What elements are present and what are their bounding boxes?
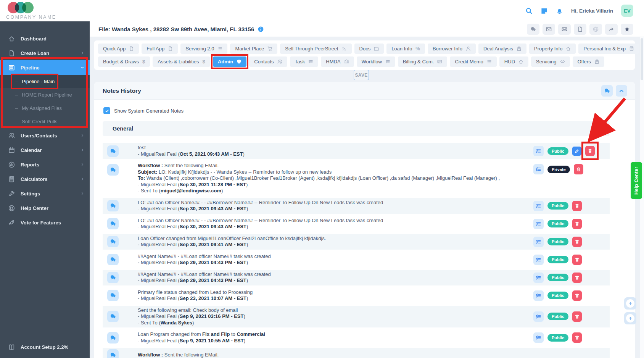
help-center-tab[interactable]: Help Center <box>631 162 642 199</box>
tab-docs[interactable]: Docs <box>354 44 384 54</box>
notifications-bell-icon[interactable] <box>556 7 563 15</box>
sidebar-item-account-setup-2-2[interactable]: Account Setup 2.2% <box>0 340 90 354</box>
show-system-notes-checkbox[interactable]: Show System Generated Notes <box>103 107 626 114</box>
note-tasks-button[interactable] <box>533 219 544 229</box>
sidebar-item-settings[interactable]: Settings <box>0 186 90 201</box>
tab-contacts[interactable]: Contacts <box>249 56 287 67</box>
tab-borrower-info[interactable]: Borrower Info <box>428 44 476 54</box>
brand-logo[interactable]: COMPANY NAME <box>0 0 90 21</box>
tab-servicing-2-0[interactable]: Servicing 2.0 <box>180 44 227 54</box>
favorite-icon[interactable] <box>621 24 633 35</box>
note-delete-button[interactable] <box>572 237 582 247</box>
chat-icon[interactable] <box>527 24 539 35</box>
chevron-up-icon[interactable] <box>598 126 604 131</box>
document-icon[interactable] <box>574 24 586 35</box>
note-line: - MiguelReal Feal (Sep 30, 2021 09:43 AM… <box>138 224 530 230</box>
note-chat-icon[interactable] <box>107 332 119 343</box>
note-chat-icon[interactable] <box>107 290 119 301</box>
avatar[interactable]: EV <box>621 5 633 17</box>
add-note-button[interactable] <box>601 85 613 97</box>
home-icon <box>566 46 571 51</box>
file-icon <box>129 46 134 51</box>
info-icon[interactable] <box>258 26 264 32</box>
scrollbar-thumb[interactable] <box>641 38 643 80</box>
note-tasks-button[interactable] <box>533 146 544 156</box>
note-tasks-button[interactable] <box>533 311 544 322</box>
tab-credit-memo[interactable]: Credit Memo <box>450 56 496 67</box>
send-mail-icon[interactable] <box>558 24 571 35</box>
sidebar-item-vote-for-features[interactable]: Vote for Features <box>0 215 90 230</box>
search-icon[interactable] <box>525 7 533 15</box>
tab-servicing[interactable]: Servicing <box>531 56 570 67</box>
sidebar-subitem-my-assigned-files[interactable]: –My Assigned Files <box>0 102 90 115</box>
sidebar-subitem-home-report-pipeline[interactable]: –HOME Report Pipeline <box>0 88 90 102</box>
note-tasks-button[interactable] <box>533 201 544 211</box>
tab-assets-liabilities[interactable]: Assets & Liabilities$ <box>153 56 210 67</box>
note-chat-icon[interactable] <box>107 218 119 229</box>
note-chat-icon[interactable] <box>107 200 119 211</box>
note-delete-button[interactable] <box>572 255 582 265</box>
note-tasks-button[interactable] <box>533 290 544 301</box>
tab-deal-analysis[interactable]: Deal Analysis <box>478 44 526 54</box>
note-edit-button[interactable] <box>572 147 581 156</box>
scroll-top-button[interactable] <box>624 297 636 310</box>
note-chat-icon[interactable] <box>107 164 119 176</box>
calendar-icon <box>8 147 15 153</box>
general-section-header[interactable]: General <box>103 121 610 136</box>
mail-icon[interactable] <box>543 24 555 35</box>
note-delete-button[interactable] <box>572 219 582 229</box>
note-chat-icon[interactable] <box>107 145 119 157</box>
note-tasks-button[interactable] <box>533 255 544 265</box>
note-tasks-button[interactable] <box>533 273 544 283</box>
sidebar-item-calendar[interactable]: Calendar <box>0 143 90 157</box>
tab-admin[interactable]: Admin <box>213 56 246 67</box>
sidebar-item-create-loan[interactable]: Create Loan <box>0 46 90 60</box>
note-line: LO: ##Loan Officer Name## - - ##Borrower… <box>138 200 530 206</box>
tab-market-place[interactable]: Market Place <box>230 44 277 54</box>
notes-shortcut-icon[interactable] <box>541 7 548 15</box>
sidebar-subitem-pipeline-main[interactable]: –Pipeline - Main <box>0 75 90 88</box>
note-delete-button[interactable] <box>572 311 582 322</box>
sidebar-item-help-center[interactable]: Help Center <box>0 201 90 215</box>
tab-offers[interactable]: Offers <box>573 56 604 67</box>
note-delete-button[interactable] <box>572 273 582 283</box>
tab-billing-com[interactable]: Billing & Com. <box>398 56 448 67</box>
scroll-top-button[interactable] <box>624 312 636 324</box>
collapse-panel-button[interactable] <box>616 85 627 97</box>
tab-task[interactable]: Task <box>290 56 319 67</box>
note-delete-button[interactable] <box>574 164 583 174</box>
note-chat-icon[interactable] <box>107 236 119 247</box>
note-chat-icon[interactable] <box>107 311 119 322</box>
globe-icon[interactable] <box>589 24 602 35</box>
note-delete-button[interactable] <box>585 146 595 156</box>
note-delete-button[interactable] <box>572 290 582 301</box>
sidebar-subitem-soft-credit-pulls[interactable]: –Soft Credit Pulls <box>0 115 90 128</box>
tab-budget-draws[interactable]: Budget & Draws$ <box>98 56 150 67</box>
tab-quick-app[interactable]: Quick App <box>98 44 139 54</box>
note-tasks-button[interactable] <box>533 237 544 247</box>
sidebar-item-dashboard[interactable]: Dashboard <box>0 31 90 46</box>
sidebar-item-reports[interactable]: Reports <box>0 157 90 172</box>
shield-icon <box>237 59 242 64</box>
tab-loan-info[interactable]: Loan Info% <box>386 44 425 54</box>
sidebar-item-pipeline[interactable]: Pipeline <box>0 60 90 75</box>
forward-icon[interactable] <box>605 24 618 35</box>
note-row: Loan Program changed from Fix and Flip t… <box>103 330 610 345</box>
note-tasks-button[interactable] <box>533 332 544 343</box>
tab-workflow[interactable]: Workflow <box>357 56 395 67</box>
tab-hud[interactable]: HUD <box>499 56 528 67</box>
note-tasks-button[interactable] <box>533 164 544 174</box>
save-button[interactable]: SAVE <box>354 70 369 80</box>
tab-property-info[interactable]: Property Info <box>529 44 576 54</box>
note-chat-icon[interactable] <box>107 349 119 358</box>
tab-hmda[interactable]: HMDA <box>321 56 354 67</box>
tab-sell-through-peerstreet[interactable]: Sell Through PeerStreet <box>280 44 351 54</box>
sidebar-item-users-contacts[interactable]: Users/Contacts <box>0 128 90 143</box>
note-delete-button[interactable] <box>572 201 582 211</box>
tab-full-app[interactable]: Full App <box>142 44 178 54</box>
tab-personal-inc-exp[interactable]: Personal Inc & Exp <box>578 44 639 54</box>
note-chat-icon[interactable] <box>107 254 119 265</box>
note-chat-icon[interactable] <box>107 272 119 283</box>
note-delete-button[interactable] <box>572 332 582 343</box>
sidebar-item-calculators[interactable]: Calculators <box>0 172 90 186</box>
